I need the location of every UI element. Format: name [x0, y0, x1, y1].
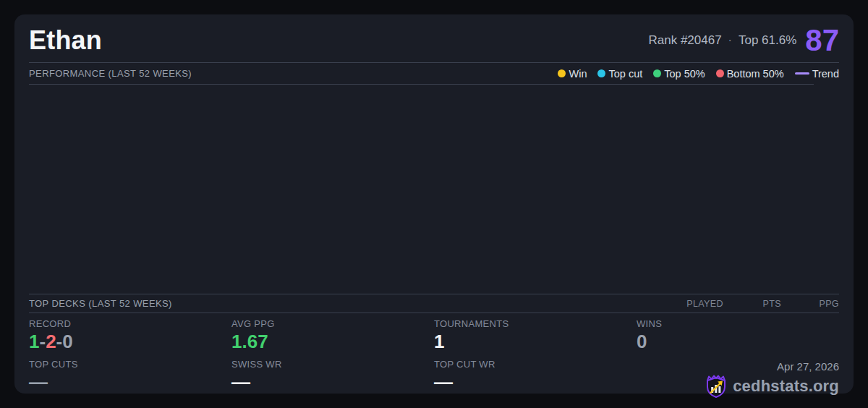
- chart-legend: Win Top cut Top 50% Bottom 50% Trend: [558, 68, 839, 80]
- trend-line-icon: [795, 72, 809, 75]
- top-cut-dot-icon: [597, 69, 605, 77]
- record-wins: 1: [29, 331, 39, 352]
- top-decks-header: TOP DECKS (LAST 52 WEEKS) PLAYED PTS PPG: [29, 294, 839, 313]
- legend-label: Top 50%: [664, 68, 705, 80]
- legend-label: Win: [569, 68, 587, 80]
- avg-ppg-value: 1.67: [231, 331, 434, 353]
- record-separator: -: [56, 331, 63, 352]
- wins-value: 0: [637, 331, 839, 353]
- rank-label: Rank #20467: [648, 33, 721, 48]
- card-footer: Apr 27, 2026 cedhstats.org: [637, 359, 839, 398]
- column-header-ppg: PPG: [781, 299, 839, 309]
- card-header: Ethan Rank #20467 · Top 61.6% 87: [29, 14, 839, 62]
- performance-chart-area: [29, 85, 839, 294]
- stat-label: RECORD: [29, 318, 231, 329]
- brand[interactable]: cedhstats.org: [705, 375, 839, 398]
- legend-label: Top cut: [608, 68, 642, 80]
- record-losses: 2: [46, 331, 56, 352]
- player-name: Ethan: [29, 25, 102, 56]
- top-decks-section-title: TOP DECKS (LAST 52 WEEKS): [29, 298, 172, 309]
- stat-avg-ppg: AVG PPG 1.67: [231, 318, 434, 353]
- brand-text: cedhstats.org: [733, 377, 839, 396]
- swiss-wr-value: —: [231, 372, 434, 394]
- stat-swiss-wr: SWISS WR —: [231, 359, 434, 398]
- top-decks-columns: PLAYED PTS PPG: [665, 299, 839, 309]
- stat-label: TOP CUTS: [29, 359, 231, 370]
- stat-label: AVG PPG: [231, 318, 434, 329]
- stat-record: RECORD 1-2-0: [29, 318, 231, 353]
- date-label: Apr 27, 2026: [777, 360, 839, 373]
- record-separator: -: [39, 331, 46, 352]
- top-50-dot-icon: [653, 69, 661, 77]
- player-stats-card: Ethan Rank #20467 · Top 61.6% 87 PERFORM…: [14, 14, 854, 394]
- win-dot-icon: [558, 69, 566, 77]
- bottom-50-dot-icon: [716, 69, 724, 77]
- legend-item-top-cut: Top cut: [597, 68, 642, 80]
- top-cuts-value: —: [29, 372, 231, 394]
- top-percent-label: Top 61.6%: [739, 33, 796, 48]
- performance-section-title: PERFORMANCE (LAST 52 WEEKS): [29, 68, 192, 79]
- legend-item-win: Win: [558, 68, 587, 80]
- record-value: 1-2-0: [29, 331, 231, 353]
- stat-label: WINS: [637, 318, 839, 329]
- score-badge: 87: [805, 25, 839, 56]
- legend-item-trend: Trend: [795, 68, 839, 80]
- stat-label: TOP CUT WR: [434, 359, 637, 370]
- rank-separator: ·: [728, 34, 732, 47]
- legend-label: Trend: [812, 68, 839, 80]
- stat-top-cut-wr: TOP CUT WR —: [434, 359, 637, 398]
- tournaments-value: 1: [434, 331, 637, 353]
- cedhstats-shield-logo-icon: [705, 375, 727, 398]
- stat-wins: WINS 0: [637, 318, 839, 353]
- legend-label: Bottom 50%: [727, 68, 784, 80]
- record-draws: 0: [62, 331, 72, 352]
- stats-grid: RECORD 1-2-0 AVG PPG 1.67 TOURNAMENTS 1 …: [29, 313, 839, 398]
- top-cut-wr-value: —: [434, 372, 637, 394]
- stat-label: TOURNAMENTS: [434, 318, 637, 329]
- stat-tournaments: TOURNAMENTS 1: [434, 318, 637, 353]
- stat-top-cuts: TOP CUTS —: [29, 359, 231, 398]
- legend-item-top-50: Top 50%: [653, 68, 705, 80]
- stat-label: SWISS WR: [231, 359, 434, 370]
- column-header-played: PLAYED: [665, 299, 723, 309]
- performance-header: PERFORMANCE (LAST 52 WEEKS) Win Top cut …: [29, 62, 839, 84]
- legend-item-bottom-50: Bottom 50%: [716, 68, 784, 80]
- rank-summary: Rank #20467 · Top 61.6% 87: [648, 25, 839, 56]
- column-header-pts: PTS: [723, 299, 781, 309]
- rank-text: Rank #20467 · Top 61.6%: [648, 33, 796, 48]
